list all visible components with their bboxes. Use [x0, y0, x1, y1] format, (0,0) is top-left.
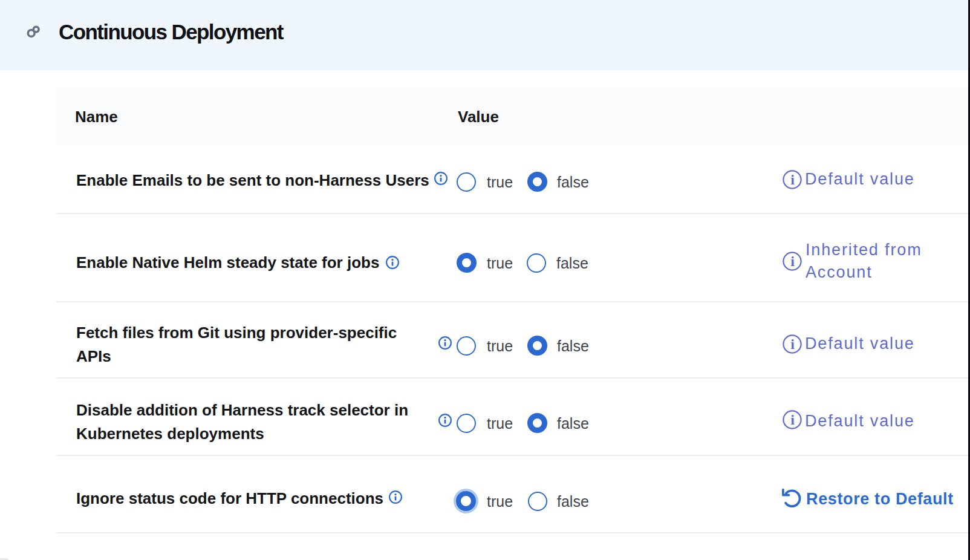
svg-text:i: i — [790, 253, 795, 269]
svg-text:i: i — [790, 336, 795, 352]
svg-text:i: i — [790, 412, 795, 428]
svg-text:i: i — [790, 172, 795, 187]
